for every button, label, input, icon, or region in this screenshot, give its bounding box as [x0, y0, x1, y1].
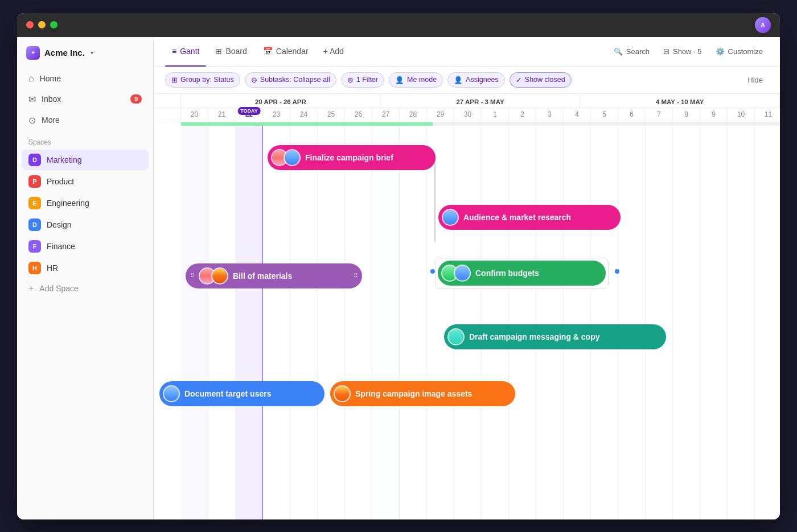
- show-button[interactable]: ⊟ Show · 5: [658, 44, 708, 59]
- search-label: Search: [626, 47, 650, 56]
- sidebar-logo[interactable]: ✦ Acme Inc. ▾: [17, 46, 153, 69]
- search-button[interactable]: 🔍 Search: [608, 44, 655, 59]
- calendar-tab-label: Calendar: [276, 47, 309, 56]
- spring-avatar: [334, 385, 351, 402]
- grid-col-10: [728, 122, 755, 519]
- grid-col-25: [318, 122, 345, 519]
- assignees-icon: 👤: [454, 76, 463, 84]
- drag-handle-right: ⠿: [354, 273, 358, 279]
- week-3-header: 4 MAY - 10 MAY: [580, 94, 780, 108]
- maximize-button[interactable]: [50, 21, 57, 28]
- task-audience-market-research[interactable]: Audience & market research: [438, 205, 621, 230]
- gantt-area: 20 APR - 26 APR 27 APR - 3 MAY 4 MAY - 1…: [154, 94, 780, 519]
- finalize-avatars: [271, 149, 301, 166]
- day-23: 23: [263, 108, 290, 122]
- tab-calendar[interactable]: 📅 Calendar: [256, 43, 315, 59]
- assignees-button[interactable]: 👤 Assignees: [447, 72, 505, 88]
- filter-button[interactable]: ⊜ 1 Filter: [341, 72, 384, 88]
- day-6: 6: [618, 108, 646, 122]
- sidebar-item-home-label: Home: [40, 74, 61, 83]
- sidebar-navigation: ⌂ Home ✉ Inbox 9 ⊙ More: [17, 69, 153, 131]
- sidebar-item-hr[interactable]: H HR: [22, 258, 149, 278]
- draft-avatar: [447, 328, 465, 345]
- engineering-avatar: E: [28, 197, 41, 209]
- drag-handle-left: ⠿: [190, 273, 194, 279]
- draft-label: Draft campaign messaging & copy: [469, 332, 600, 341]
- week-2-header: 27 APR - 3 MAY: [381, 94, 581, 108]
- day-9: 9: [700, 108, 728, 122]
- progress-bar: [181, 122, 433, 126]
- sidebar-item-engineering[interactable]: E Engineering: [22, 193, 149, 213]
- day-28: 28: [400, 108, 427, 122]
- sidebar-item-marketing[interactable]: D Marketing: [22, 150, 149, 170]
- sidebar-item-more-label: More: [42, 116, 60, 125]
- sidebar-item-design[interactable]: D Design: [22, 215, 149, 235]
- task-document-target-users[interactable]: Document target users: [159, 381, 324, 406]
- inbox-icon: ✉: [28, 94, 36, 105]
- task-confirm-budgets[interactable]: Confirm budgets: [438, 261, 606, 286]
- sidebar: ✦ Acme Inc. ▾ ⌂ Home ✉ Inbox 9 ⊙ More: [17, 37, 154, 519]
- user-avatar[interactable]: A: [755, 17, 771, 33]
- close-button[interactable]: [26, 21, 34, 28]
- day-1: 1: [482, 108, 509, 122]
- tab-board[interactable]: ⊞ Board: [208, 43, 253, 59]
- grid-col-11: [755, 122, 780, 519]
- week-1-header: 20 APR - 26 APR: [181, 94, 381, 108]
- gantt-tab-label: Gantt: [180, 47, 199, 56]
- customize-label: Customize: [728, 47, 763, 56]
- task-spring-campaign[interactable]: Spring campaign image assets: [330, 381, 515, 406]
- grid-col-today: [236, 122, 263, 519]
- sidebar-item-finance[interactable]: F Finance: [22, 236, 149, 257]
- product-label: Product: [47, 177, 74, 186]
- title-bar: A: [17, 13, 780, 37]
- group-by-filter[interactable]: ⊞ Group by: Status: [165, 72, 240, 88]
- task-finalize-campaign-brief[interactable]: Finalize campaign brief: [268, 145, 436, 170]
- search-icon: 🔍: [614, 47, 623, 56]
- show-label: Show · 5: [673, 47, 702, 56]
- subtasks-filter[interactable]: ⊖ Subtasks: Collapse all: [245, 72, 336, 88]
- document-avatar: [163, 385, 180, 402]
- assignees-label: Assignees: [466, 76, 499, 84]
- confirm-dot-left: [430, 269, 435, 274]
- day-11: 11: [755, 108, 780, 122]
- minimize-button[interactable]: [38, 21, 46, 28]
- task-bill-of-materials[interactable]: ⠿ Bill of materials ⠿: [186, 263, 362, 288]
- connector-line-1: [434, 158, 436, 242]
- sidebar-item-more[interactable]: ⊙ More: [22, 110, 149, 130]
- add-space-button[interactable]: + Add Space: [22, 279, 149, 298]
- confirm-budget-container: Confirm budgets: [435, 258, 609, 288]
- sidebar-item-inbox[interactable]: ✉ Inbox 9: [22, 89, 149, 109]
- gantt-body: Finalize campaign brief Audience & marke…: [154, 122, 780, 519]
- logo-chevron-icon: ▾: [91, 50, 93, 56]
- sidebar-item-product[interactable]: P Product: [22, 171, 149, 192]
- group-by-icon: ⊞: [171, 76, 178, 84]
- day-4: 4: [564, 108, 591, 122]
- bill-avatar-2: [211, 267, 228, 284]
- day-2: 2: [509, 108, 536, 122]
- me-mode-label: Me mode: [407, 76, 437, 84]
- day-8: 8: [673, 108, 700, 122]
- me-mode-button[interactable]: 👤 Me mode: [389, 72, 443, 88]
- bill-avatars: [199, 267, 228, 284]
- main-layout: ✦ Acme Inc. ▾ ⌂ Home ✉ Inbox 9 ⊙ More: [17, 37, 780, 519]
- toolbar: ⊞ Group by: Status ⊖ Subtasks: Collapse …: [154, 67, 780, 94]
- logo-icon: ✦: [26, 46, 40, 60]
- day-7: 7: [646, 108, 673, 122]
- sidebar-item-home[interactable]: ⌂ Home: [22, 69, 149, 88]
- grid-col-7: [646, 122, 673, 519]
- tab-gantt[interactable]: ≡ Gantt: [165, 43, 206, 59]
- filter-label: 1 Filter: [356, 76, 378, 84]
- task-draft-campaign[interactable]: Draft campaign messaging & copy: [444, 324, 666, 349]
- audience-label: Audience & market research: [463, 213, 571, 222]
- customize-button[interactable]: ⚙️ Customize: [710, 44, 769, 59]
- grid-col-1: [482, 122, 509, 519]
- hide-button[interactable]: Hide: [742, 73, 769, 87]
- grid-col-20: [181, 122, 208, 519]
- me-mode-icon: 👤: [395, 76, 404, 84]
- add-view-button[interactable]: + Add: [318, 43, 350, 59]
- board-tab-label: Board: [225, 47, 247, 56]
- gantt-icon: ≡: [172, 47, 176, 56]
- show-closed-button[interactable]: ✓ Show closed: [510, 72, 572, 88]
- avatar-2: [284, 149, 301, 166]
- finalize-label: Finalize campaign brief: [305, 153, 393, 162]
